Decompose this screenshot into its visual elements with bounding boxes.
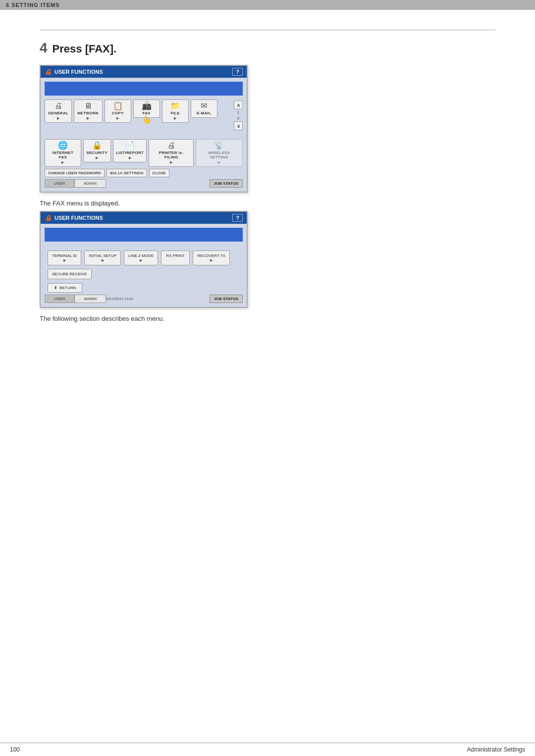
tab-user[interactable]: USER: [45, 179, 74, 188]
line2-mode-button[interactable]: LINE-2 MODE ▶: [124, 251, 158, 265]
recovery-tx-label: RECOVERY TX: [197, 253, 225, 258]
step-title: Press [FAX].: [53, 43, 117, 55]
copy-arrow: ▶: [116, 116, 119, 120]
initial-setup-label: INITIAL SETUP: [89, 253, 116, 258]
screen1-container: 🖨 USER FUNCTIONS ? 🖨 GENERAL ▶: [40, 65, 248, 193]
security-icon: 🔒: [92, 142, 102, 150]
printer-efiling-label: PRINTER /e-FILING: [152, 151, 190, 159]
copy-button[interactable]: 📋 COPY ▶: [105, 100, 131, 123]
footer-page-number: 100: [10, 746, 20, 753]
security-button[interactable]: 🔒 SECURITY ▶: [83, 139, 111, 162]
screen2-help-button[interactable]: ?: [232, 214, 243, 222]
scroll-area: ∧ 1 2 ∨: [234, 100, 243, 130]
network-icon: 🖥: [84, 102, 92, 110]
job-status-button[interactable]: JOB STATUS: [210, 179, 243, 188]
screen2-blue-area: [45, 228, 243, 242]
8021x-settings-button[interactable]: 802.1X SETTINGS: [107, 169, 147, 177]
general-button[interactable]: 🖨 GENERAL ▶: [45, 100, 72, 123]
screen2-title-bar: 🖨 USER FUNCTIONS ?: [41, 212, 247, 224]
header-label: 6 SETTING ITEMS: [6, 2, 60, 8]
list-report-label: LIST/REPORT: [116, 151, 144, 155]
tab-admin[interactable]: ADMIN: [74, 179, 106, 188]
terminal-id-button[interactable]: TERMINAL ID ▶: [48, 251, 81, 265]
screen1-body: 🖨 GENERAL ▶ 🖥 NETWORK ▶ 📋 COPY ▶: [41, 78, 247, 192]
email-label: E-MAIL: [197, 111, 211, 115]
return-label: RETURN: [59, 286, 76, 290]
screen1-help-button[interactable]: ?: [232, 68, 243, 76]
internet-fax-icon: 🌐: [58, 142, 68, 150]
screen1-icon-row2: 🌐 INTERNET FAX ▶ 🔒 SECURITY ▶ 📄 LIST/REP…: [45, 139, 243, 167]
screen2-tab-bar: USER ADMIN 2011/05/24 15:34 JOB STATUS: [45, 295, 243, 303]
screen2-job-status-button[interactable]: JOB STATUS: [210, 295, 243, 303]
footer-page-label: Administrator Settings: [467, 746, 525, 753]
screen2-tab-user[interactable]: USER: [45, 295, 74, 303]
hand-cursor-icon: 👆: [142, 115, 152, 124]
general-arrow: ▶: [57, 116, 59, 120]
network-button[interactable]: 🖥 NETWORK ▶: [74, 100, 102, 123]
line2-mode-arrow: ▶: [140, 258, 142, 262]
screen1-blue-area: [45, 82, 243, 96]
internet-fax-arrow: ▶: [61, 160, 64, 164]
screen1-icon-row1: 🖨 GENERAL ▶ 🖥 NETWORK ▶ 📋 COPY ▶: [45, 100, 232, 123]
screen1-title: USER FUNCTIONS: [54, 69, 103, 75]
file-label: FILE: [170, 111, 180, 115]
screen1-title-left: 🖨 USER FUNCTIONS: [45, 68, 103, 76]
return-arrow-icon: ⬆: [54, 286, 57, 290]
line2-mode-label: LINE-2 MODE: [128, 253, 154, 258]
screen2-tab-admin[interactable]: ADMIN: [74, 295, 106, 303]
wireless-arrow: ▶: [218, 160, 220, 164]
screen2-container: 🖨 USER FUNCTIONS ? TERMINAL ID ▶ INITIAL…: [40, 211, 248, 308]
internet-fax-button[interactable]: 🌐 INTERNET FAX ▶: [45, 139, 81, 167]
printer-efiling-arrow: ▶: [170, 160, 172, 164]
secure-receive-button[interactable]: SECURE RECEIVE: [48, 269, 92, 279]
copy-label: COPY: [112, 111, 124, 115]
printer-efiling-icon: 🖨: [167, 142, 175, 150]
general-label: GENERAL: [48, 111, 68, 115]
list-report-button[interactable]: 📄 LIST/REPORT ▶: [113, 139, 147, 162]
terminal-id-arrow: ▶: [63, 258, 66, 262]
description1: The FAX menu is displayed.: [40, 200, 495, 207]
email-button[interactable]: ✉ E-MAIL: [191, 100, 217, 118]
screen2-title-left: 🖨 USER FUNCTIONS: [45, 214, 103, 222]
network-arrow: ▶: [87, 116, 89, 120]
scroll-down-button[interactable]: ∨: [234, 121, 243, 130]
screen1-tab-bar: USER ADMIN JOB STATUS: [45, 179, 243, 188]
wireless-setting-button: 📡 WIRELESS SETTING ▶: [196, 139, 243, 167]
return-button[interactable]: ⬆ RETURN: [48, 283, 82, 293]
printer-icon: 🖨: [45, 68, 52, 76]
fax-button[interactable]: 📠 FAX 👆: [133, 100, 160, 118]
page-1: 1: [237, 110, 239, 115]
screen2-body: TERMINAL ID ▶ INITIAL SETUP ▶ LINE-2 MOD…: [41, 224, 247, 307]
description2: The following section describes each men…: [40, 315, 495, 322]
file-arrow: ▶: [174, 116, 176, 120]
scroll-up-button[interactable]: ∧: [234, 101, 243, 109]
fax-menu-row1: TERMINAL ID ▶ INITIAL SETUP ▶ LINE-2 MOD…: [45, 246, 243, 268]
step-number: 4: [40, 40, 48, 56]
page-footer: 100 Administrator Settings: [0, 743, 535, 756]
fax-menu-row2: SECURE RECEIVE: [45, 268, 243, 281]
close-button[interactable]: CLOSE: [149, 169, 169, 177]
screen1-title-bar: 🖨 USER FUNCTIONS ?: [41, 66, 247, 78]
security-label: SECURITY: [86, 151, 107, 155]
rx-print-button[interactable]: RX PRINT: [161, 251, 190, 265]
internet-fax-label: INTERNET FAX: [48, 151, 78, 159]
network-label: NETWORK: [77, 111, 99, 115]
page-header: 6 SETTING ITEMS: [0, 0, 535, 10]
file-button[interactable]: 📁 FILE ▶: [162, 100, 189, 123]
email-icon: ✉: [201, 102, 207, 110]
datetime-text: 2011/05/24 15:34: [106, 297, 135, 301]
security-arrow: ▶: [96, 156, 98, 160]
wireless-label: WIRELESS SETTING: [199, 151, 239, 159]
change-password-button[interactable]: CHANGE USER PASSWORD: [45, 169, 105, 177]
general-icon: 🖨: [54, 102, 62, 110]
secure-receive-label: SECURE RECEIVE: [52, 272, 87, 276]
initial-setup-button[interactable]: INITIAL SETUP ▶: [84, 251, 121, 265]
initial-setup-arrow: ▶: [102, 258, 104, 262]
screen2-title: USER FUNCTIONS: [54, 215, 103, 221]
printer-efiling-button[interactable]: 🖨 PRINTER /e-FILING ▶: [149, 139, 193, 167]
recovery-tx-arrow: ▶: [210, 258, 213, 262]
recovery-tx-button[interactable]: RECOVERY TX ▶: [193, 251, 230, 265]
copy-icon: 📋: [113, 102, 123, 110]
list-report-icon: 📄: [125, 142, 135, 150]
terminal-id-label: TERMINAL ID: [52, 253, 77, 258]
